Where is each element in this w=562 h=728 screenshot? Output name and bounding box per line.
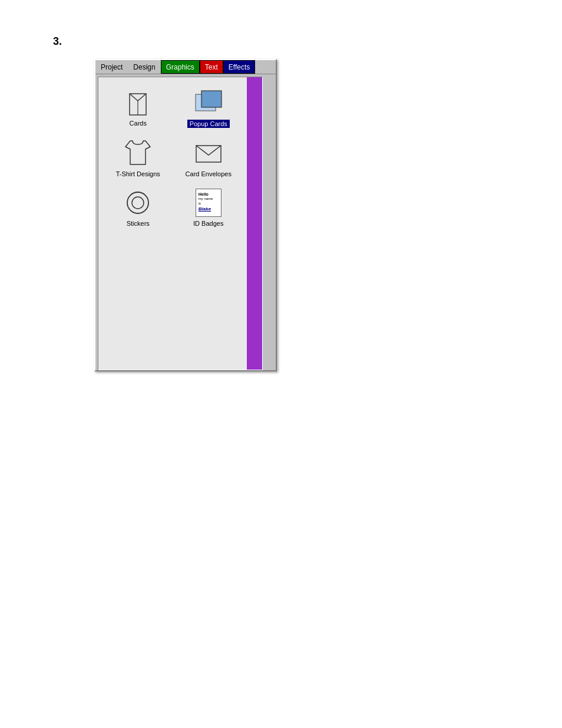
item-tshirt[interactable]: T-Shirt Designs — [104, 134, 172, 180]
svg-line-2 — [138, 94, 146, 101]
item-cards[interactable]: Cards — [104, 83, 172, 131]
items-grid: Cards Popup Cards — [98, 77, 248, 236]
tshirt-icon — [123, 139, 153, 168]
menu-graphics[interactable]: Graphics — [161, 60, 200, 74]
item-idbadges-label: ID Badges — [193, 220, 223, 227]
envelope-icon — [194, 139, 223, 168]
svg-rect-5 — [201, 91, 222, 107]
item-tshirt-label: T-Shirt Designs — [116, 170, 160, 177]
item-popup-cards[interactable]: Popup Cards — [175, 83, 243, 131]
svg-point-7 — [127, 192, 148, 213]
menu-project[interactable]: Project — [95, 60, 128, 74]
item-idbadges[interactable]: Hello my name is Blake ID Badges — [175, 183, 243, 230]
item-stickers[interactable]: Stickers — [104, 183, 172, 230]
app-window: Project Design Graphics Text Effects — [94, 59, 277, 371]
sticker-icon — [123, 188, 153, 218]
svg-line-1 — [130, 94, 138, 101]
item-envelopes[interactable]: Card Envelopes — [175, 134, 243, 180]
item-cards-label: Cards — [130, 120, 147, 127]
menu-design[interactable]: Design — [128, 60, 160, 74]
card-icon — [123, 88, 153, 117]
popup-card-icon — [194, 88, 223, 117]
content-area: Cards Popup Cards — [98, 77, 263, 370]
item-stickers-label: Stickers — [127, 220, 150, 227]
menu-text[interactable]: Text — [200, 60, 223, 74]
idbadge-icon: Hello my name is Blake — [194, 188, 223, 218]
item-popup-cards-label: Popup Cards — [187, 120, 230, 128]
step-number: 3. — [53, 35, 62, 48]
purple-scrollbar[interactable] — [247, 77, 262, 370]
svg-point-8 — [132, 197, 144, 209]
item-envelopes-label: Card Envelopes — [186, 170, 232, 177]
menu-effects[interactable]: Effects — [223, 60, 255, 74]
menu-bar: Project Design Graphics Text Effects — [95, 60, 276, 74]
